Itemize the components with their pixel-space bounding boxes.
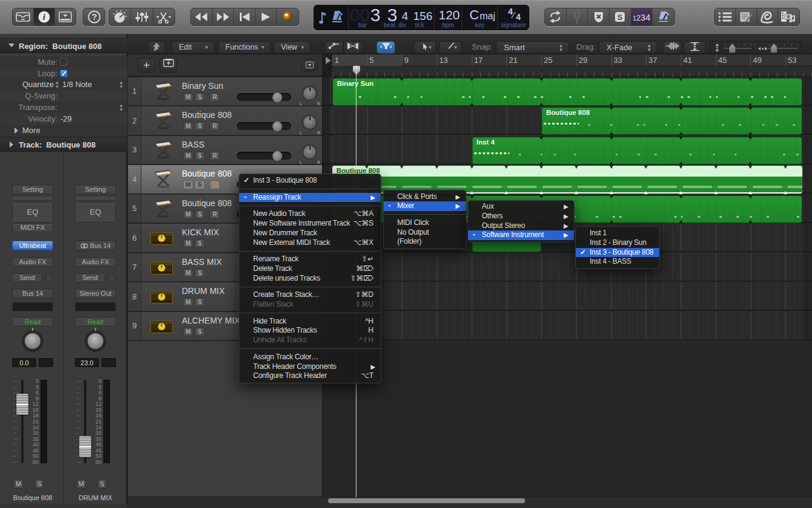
svg-text:S: S	[617, 13, 623, 22]
svg-text:?: ?	[91, 11, 97, 22]
svg-text:i: i	[43, 13, 45, 22]
